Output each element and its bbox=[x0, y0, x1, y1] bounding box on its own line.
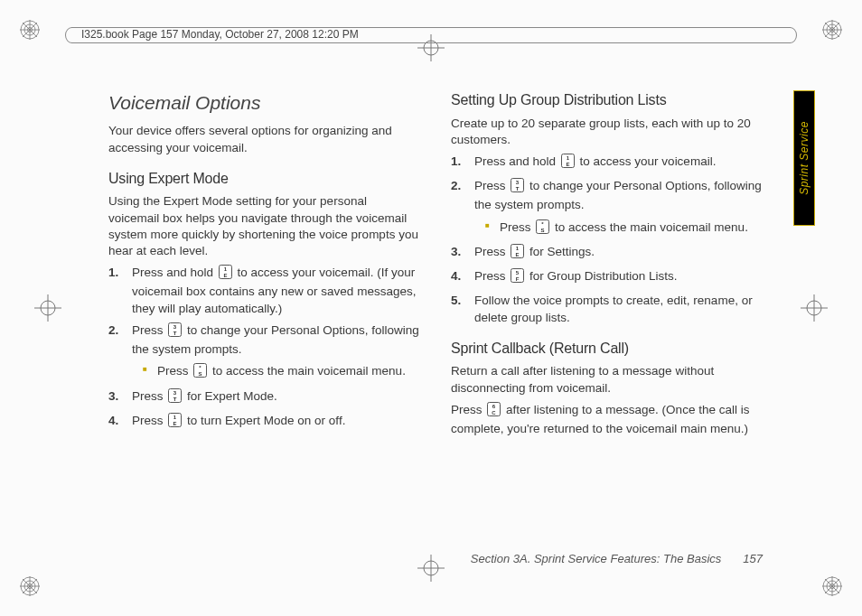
step-text: Press and hold bbox=[132, 266, 217, 279]
subheading-expert: Using Expert Mode bbox=[108, 169, 420, 189]
key-star-icon: *S bbox=[193, 363, 207, 382]
step-text: Press and hold bbox=[474, 154, 559, 168]
key-3-icon: 3T bbox=[511, 178, 524, 197]
step-text: for Expert Mode. bbox=[187, 389, 277, 403]
list-item: 4. Press 1E to turn Expert Mode on or of… bbox=[125, 413, 420, 432]
key-1-icon: 1E bbox=[168, 413, 182, 432]
step-text: for Group Distribution Lists. bbox=[529, 269, 678, 283]
callback-step: Press 6C after listening to a message. (… bbox=[451, 402, 763, 437]
key-5-icon: 5F bbox=[511, 268, 524, 287]
svg-text:T: T bbox=[173, 396, 177, 401]
key-star-icon: *S bbox=[536, 219, 549, 238]
step-text: Press bbox=[132, 414, 166, 427]
step-text: Press bbox=[132, 323, 166, 337]
svg-text:E: E bbox=[223, 273, 227, 278]
list-item: 2. Press 3T to change your Personal Opti… bbox=[125, 322, 420, 383]
expert-steps: 1. Press and hold 1E to access your voic… bbox=[108, 265, 420, 432]
svg-text:E: E bbox=[516, 251, 520, 257]
subheading-group: Setting Up Group Distribution Lists bbox=[451, 90, 763, 110]
step-text: Press bbox=[132, 389, 166, 403]
step-text: to access your voicemail. bbox=[580, 154, 717, 168]
step-text: Press bbox=[474, 179, 509, 192]
crop-mark-left-icon bbox=[34, 294, 61, 322]
step-text: Press bbox=[157, 364, 192, 378]
footer: Section 3A. Sprint Service Features: The… bbox=[108, 552, 763, 565]
list-item: 4. Press 5F for Group Distribution Lists… bbox=[467, 268, 763, 287]
list-item: 5. Follow the voice prompts to create, e… bbox=[467, 293, 763, 325]
crop-mark-tr-icon bbox=[822, 20, 842, 40]
svg-text:T: T bbox=[516, 186, 520, 191]
step-text: to access the main voicemail menu. bbox=[212, 364, 406, 378]
sub-bullet: Press *S to access the main voicemail me… bbox=[132, 363, 420, 382]
svg-text:T: T bbox=[173, 330, 177, 335]
intro-text: Your device offers several options for o… bbox=[108, 123, 420, 155]
group-intro: Create up to 20 separate group lists, ea… bbox=[451, 116, 763, 148]
side-tab-label: Sprint Service bbox=[798, 121, 810, 195]
crop-mark-right-icon bbox=[801, 294, 828, 322]
svg-text:E: E bbox=[173, 420, 177, 425]
page: I325.book Page 157 Monday, October 27, 2… bbox=[0, 0, 862, 616]
sub-bullet: Press *S to access the main voicemail me… bbox=[474, 219, 763, 238]
list-item: 1. Press and hold 1E to access your voic… bbox=[125, 265, 420, 317]
left-column: Voicemail Options Your device offers sev… bbox=[108, 90, 420, 526]
crop-mark-bl-icon bbox=[20, 576, 40, 596]
key-6-icon: 6C bbox=[487, 402, 501, 421]
step-text: for Settings. bbox=[529, 245, 595, 258]
callback-intro: Return a call after listening to a messa… bbox=[451, 363, 763, 396]
crop-mark-top-icon bbox=[417, 34, 445, 61]
list-item: 3. Press 1E for Settings. bbox=[467, 244, 763, 263]
step-text: to turn Expert Mode on or off. bbox=[187, 414, 345, 427]
expert-intro: Using the Expert Mode setting for your p… bbox=[108, 193, 420, 259]
crop-mark-tl-icon bbox=[20, 20, 40, 40]
header-text: I325.book Page 157 Monday, October 27, 2… bbox=[81, 28, 359, 41]
key-1-icon: 1E bbox=[219, 265, 232, 284]
svg-text:E: E bbox=[566, 162, 569, 167]
step-text: Press bbox=[500, 220, 534, 234]
svg-text:S: S bbox=[541, 227, 545, 232]
group-steps: 1. Press and hold 1E to access your voic… bbox=[451, 154, 763, 326]
step-text: Press bbox=[451, 403, 485, 416]
key-3-icon: 3T bbox=[168, 388, 182, 407]
step-text: Follow the voice prompts to create, edit… bbox=[474, 294, 753, 323]
key-1-icon: 1E bbox=[561, 154, 575, 173]
svg-text:S: S bbox=[199, 371, 202, 377]
list-item: 2. Press 3T to change your Personal Opti… bbox=[467, 178, 763, 238]
step-text: Press bbox=[474, 269, 509, 283]
step-text: to access the main voicemail menu. bbox=[555, 220, 748, 234]
list-item: 3. Press 3T for Expert Mode. bbox=[125, 388, 420, 407]
subheading-callback: Sprint Callback (Return Call) bbox=[451, 339, 763, 359]
section-title: Voicemail Options bbox=[108, 90, 420, 116]
content: Voicemail Options Your device offers sev… bbox=[108, 90, 763, 526]
side-tab: Sprint Service bbox=[793, 90, 815, 226]
footer-section: Section 3A. Sprint Service Features: The… bbox=[471, 552, 721, 565]
key-1-icon: 1E bbox=[511, 244, 524, 263]
footer-page: 157 bbox=[743, 552, 763, 565]
key-3-icon: 3T bbox=[168, 322, 182, 341]
crop-mark-br-icon bbox=[822, 576, 842, 596]
svg-text:C: C bbox=[492, 409, 497, 415]
svg-text:F: F bbox=[516, 276, 520, 282]
right-column: Setting Up Group Distribution Lists Crea… bbox=[451, 90, 763, 526]
step-text: Press bbox=[474, 245, 509, 258]
list-item: 1. Press and hold 1E to access your voic… bbox=[467, 154, 763, 173]
